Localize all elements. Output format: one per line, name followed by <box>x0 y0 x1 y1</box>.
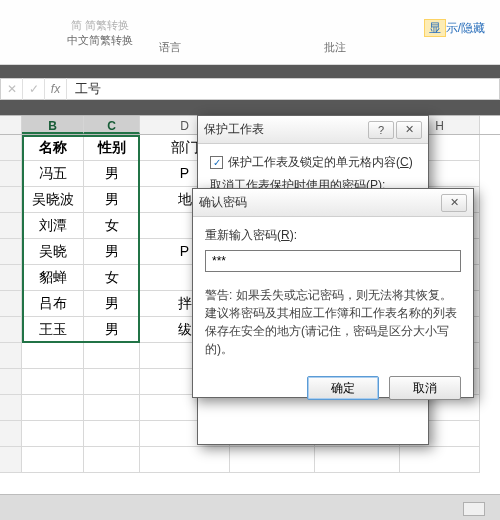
formula-enter-icon[interactable]: ✓ <box>23 78 45 100</box>
cell[interactable]: 性别 <box>84 135 140 161</box>
row-header[interactable] <box>0 161 22 187</box>
ribbon-group-comments: 批注 <box>320 40 350 55</box>
ok-button[interactable]: 确定 <box>307 376 379 400</box>
checkbox-protect-content[interactable]: ✓ 保护工作表及锁定的单元格内容(C) <box>210 154 416 171</box>
select-all-corner[interactable] <box>0 116 22 134</box>
table-row <box>0 447 500 473</box>
password-label: 重新输入密码(R): <box>205 227 461 244</box>
dialog-titlebar[interactable]: 确认密码 ✕ <box>193 189 473 217</box>
col-header-B[interactable]: B <box>22 116 84 134</box>
checkbox-checked-icon: ✓ <box>210 156 223 169</box>
help-icon[interactable]: ? <box>368 121 394 139</box>
dialog-title: 确认密码 <box>199 194 439 211</box>
dialog-buttons: 确定 取消 <box>193 368 473 412</box>
close-icon[interactable]: ✕ <box>441 194 467 212</box>
col-header-C[interactable]: C <box>84 116 140 134</box>
ribbon-convert-title: 中文简繁转换 <box>55 33 145 48</box>
ribbon-area: 简 简繁转换 中文简繁转换 语言 批注 显示/隐藏 <box>0 0 500 65</box>
view-control[interactable] <box>463 502 485 516</box>
row-header[interactable] <box>0 135 22 161</box>
formula-cancel-icon[interactable]: ✕ <box>1 78 23 100</box>
cell[interactable]: 冯五 <box>22 161 84 187</box>
cell[interactable]: 男 <box>84 161 140 187</box>
cell[interactable]: 名称 <box>22 135 84 161</box>
dialog-titlebar[interactable]: 保护工作表 ? ✕ <box>198 116 428 144</box>
close-icon[interactable]: ✕ <box>396 121 422 139</box>
fx-icon[interactable]: fx <box>45 78 67 100</box>
dialog-title: 保护工作表 <box>204 121 366 138</box>
warning-text: 警告: 如果丢失或忘记密码，则无法将其恢复。建议将密码及其相应工作簿和工作表名称… <box>205 286 461 358</box>
ribbon-group-convert: 简 简繁转换 中文简繁转换 <box>55 18 145 48</box>
dialog-body: 重新输入密码(R): 警告: 如果丢失或忘记密码，则无法将其恢复。建议将密码及其… <box>193 217 473 368</box>
cancel-button[interactable]: 取消 <box>389 376 461 400</box>
ribbon-group-language: 语言 <box>155 40 185 55</box>
show-hide-toggle[interactable]: 显示/隐藏 <box>424 20 485 37</box>
formula-bar: ✕ ✓ fx 工号 <box>0 78 500 100</box>
ribbon-convert-line1[interactable]: 简 简繁转换 <box>55 18 145 33</box>
formula-value[interactable]: 工号 <box>67 80 101 98</box>
status-bar <box>0 494 500 520</box>
password-input[interactable] <box>205 250 461 272</box>
dialog-confirm-password: 确认密码 ✕ 重新输入密码(R): 警告: 如果丢失或忘记密码，则无法将其恢复。… <box>192 188 474 398</box>
